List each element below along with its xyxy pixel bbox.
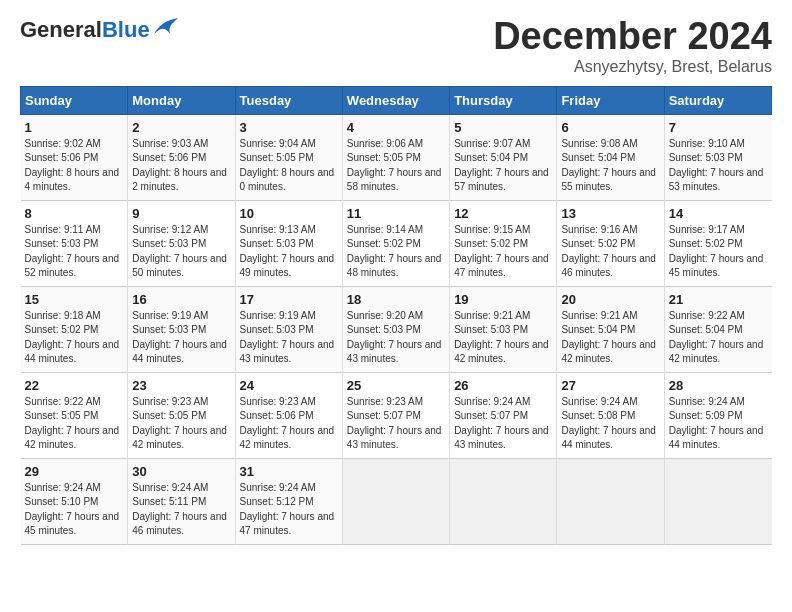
day-cell: 21Sunrise: 9:22 AMSunset: 5:04 PMDayligh… [664,286,771,372]
day-info: Sunrise: 9:24 AMSunset: 5:12 PMDaylight:… [240,481,338,539]
day-number: 22 [25,378,124,393]
day-number: 10 [240,206,338,221]
day-info: Sunrise: 9:24 AMSunset: 5:09 PMDaylight:… [669,395,768,453]
day-cell: 31Sunrise: 9:24 AMSunset: 5:12 PMDayligh… [235,458,342,544]
day-cell [664,458,771,544]
calendar-table: SundayMondayTuesdayWednesdayThursdayFrid… [20,86,772,545]
day-info: Sunrise: 9:19 AMSunset: 5:03 PMDaylight:… [240,309,338,367]
day-number: 13 [561,206,659,221]
day-number: 5 [454,120,552,135]
day-cell: 28Sunrise: 9:24 AMSunset: 5:09 PMDayligh… [664,372,771,458]
day-cell: 1Sunrise: 9:02 AMSunset: 5:06 PMDaylight… [21,114,128,200]
day-cell: 23Sunrise: 9:23 AMSunset: 5:05 PMDayligh… [128,372,235,458]
day-cell: 7Sunrise: 9:10 AMSunset: 5:03 PMDaylight… [664,114,771,200]
day-cell: 16Sunrise: 9:19 AMSunset: 5:03 PMDayligh… [128,286,235,372]
day-number: 4 [347,120,445,135]
week-row-1: 1Sunrise: 9:02 AMSunset: 5:06 PMDaylight… [21,114,772,200]
day-number: 14 [669,206,768,221]
day-cell: 17Sunrise: 9:19 AMSunset: 5:03 PMDayligh… [235,286,342,372]
page: General Blue December 2024 Asnyezhytsy, … [0,0,792,612]
day-number: 1 [25,120,124,135]
day-cell: 6Sunrise: 9:08 AMSunset: 5:04 PMDaylight… [557,114,664,200]
day-cell: 12Sunrise: 9:15 AMSunset: 5:02 PMDayligh… [450,200,557,286]
day-number: 2 [132,120,230,135]
week-row-4: 22Sunrise: 9:22 AMSunset: 5:05 PMDayligh… [21,372,772,458]
day-header-wednesday: Wednesday [342,86,449,114]
day-number: 11 [347,206,445,221]
logo: General Blue [20,16,180,43]
day-number: 19 [454,292,552,307]
day-info: Sunrise: 9:02 AMSunset: 5:06 PMDaylight:… [25,137,124,195]
day-cell: 29Sunrise: 9:24 AMSunset: 5:10 PMDayligh… [21,458,128,544]
day-header-saturday: Saturday [664,86,771,114]
day-info: Sunrise: 9:21 AMSunset: 5:04 PMDaylight:… [561,309,659,367]
day-cell [557,458,664,544]
day-cell: 25Sunrise: 9:23 AMSunset: 5:07 PMDayligh… [342,372,449,458]
day-cell: 24Sunrise: 9:23 AMSunset: 5:06 PMDayligh… [235,372,342,458]
day-cell: 11Sunrise: 9:14 AMSunset: 5:02 PMDayligh… [342,200,449,286]
month-title: December 2024 [493,16,772,58]
day-cell: 4Sunrise: 9:06 AMSunset: 5:05 PMDaylight… [342,114,449,200]
day-info: Sunrise: 9:16 AMSunset: 5:02 PMDaylight:… [561,223,659,281]
day-info: Sunrise: 9:18 AMSunset: 5:02 PMDaylight:… [25,309,124,367]
day-cell [342,458,449,544]
day-info: Sunrise: 9:12 AMSunset: 5:03 PMDaylight:… [132,223,230,281]
day-cell: 8Sunrise: 9:11 AMSunset: 5:03 PMDaylight… [21,200,128,286]
day-cell: 9Sunrise: 9:12 AMSunset: 5:03 PMDaylight… [128,200,235,286]
day-cell: 2Sunrise: 9:03 AMSunset: 5:06 PMDaylight… [128,114,235,200]
day-number: 12 [454,206,552,221]
day-number: 6 [561,120,659,135]
week-row-3: 15Sunrise: 9:18 AMSunset: 5:02 PMDayligh… [21,286,772,372]
day-number: 17 [240,292,338,307]
day-number: 8 [25,206,124,221]
day-number: 3 [240,120,338,135]
logo-blue: Blue [102,17,150,43]
day-number: 21 [669,292,768,307]
day-cell: 13Sunrise: 9:16 AMSunset: 5:02 PMDayligh… [557,200,664,286]
day-number: 20 [561,292,659,307]
day-cell: 10Sunrise: 9:13 AMSunset: 5:03 PMDayligh… [235,200,342,286]
day-header-friday: Friday [557,86,664,114]
day-info: Sunrise: 9:11 AMSunset: 5:03 PMDaylight:… [25,223,124,281]
day-cell: 3Sunrise: 9:04 AMSunset: 5:05 PMDaylight… [235,114,342,200]
day-info: Sunrise: 9:13 AMSunset: 5:03 PMDaylight:… [240,223,338,281]
day-cell: 27Sunrise: 9:24 AMSunset: 5:08 PMDayligh… [557,372,664,458]
day-cell: 22Sunrise: 9:22 AMSunset: 5:05 PMDayligh… [21,372,128,458]
day-info: Sunrise: 9:06 AMSunset: 5:05 PMDaylight:… [347,137,445,195]
day-info: Sunrise: 9:24 AMSunset: 5:07 PMDaylight:… [454,395,552,453]
calendar-body: 1Sunrise: 9:02 AMSunset: 5:06 PMDaylight… [21,114,772,544]
day-header-tuesday: Tuesday [235,86,342,114]
day-info: Sunrise: 9:24 AMSunset: 5:11 PMDaylight:… [132,481,230,539]
day-info: Sunrise: 9:23 AMSunset: 5:06 PMDaylight:… [240,395,338,453]
day-info: Sunrise: 9:14 AMSunset: 5:02 PMDaylight:… [347,223,445,281]
location-subtitle: Asnyezhytsy, Brest, Belarus [493,58,772,76]
day-info: Sunrise: 9:22 AMSunset: 5:05 PMDaylight:… [25,395,124,453]
day-info: Sunrise: 9:17 AMSunset: 5:02 PMDaylight:… [669,223,768,281]
day-number: 27 [561,378,659,393]
title-block: December 2024 Asnyezhytsy, Brest, Belaru… [493,16,772,76]
day-number: 16 [132,292,230,307]
day-number: 26 [454,378,552,393]
day-cell: 18Sunrise: 9:20 AMSunset: 5:03 PMDayligh… [342,286,449,372]
day-info: Sunrise: 9:04 AMSunset: 5:05 PMDaylight:… [240,137,338,195]
day-number: 24 [240,378,338,393]
week-row-5: 29Sunrise: 9:24 AMSunset: 5:10 PMDayligh… [21,458,772,544]
day-cell [450,458,557,544]
day-cell: 20Sunrise: 9:21 AMSunset: 5:04 PMDayligh… [557,286,664,372]
day-info: Sunrise: 9:22 AMSunset: 5:04 PMDaylight:… [669,309,768,367]
day-info: Sunrise: 9:23 AMSunset: 5:07 PMDaylight:… [347,395,445,453]
day-header-sunday: Sunday [21,86,128,114]
day-cell: 15Sunrise: 9:18 AMSunset: 5:02 PMDayligh… [21,286,128,372]
day-info: Sunrise: 9:07 AMSunset: 5:04 PMDaylight:… [454,137,552,195]
day-number: 29 [25,464,124,479]
day-number: 18 [347,292,445,307]
day-number: 7 [669,120,768,135]
day-number: 30 [132,464,230,479]
header: General Blue December 2024 Asnyezhytsy, … [20,16,772,76]
day-info: Sunrise: 9:20 AMSunset: 5:03 PMDaylight:… [347,309,445,367]
day-info: Sunrise: 9:24 AMSunset: 5:08 PMDaylight:… [561,395,659,453]
day-number: 15 [25,292,124,307]
day-number: 9 [132,206,230,221]
day-info: Sunrise: 9:19 AMSunset: 5:03 PMDaylight:… [132,309,230,367]
day-cell: 19Sunrise: 9:21 AMSunset: 5:03 PMDayligh… [450,286,557,372]
